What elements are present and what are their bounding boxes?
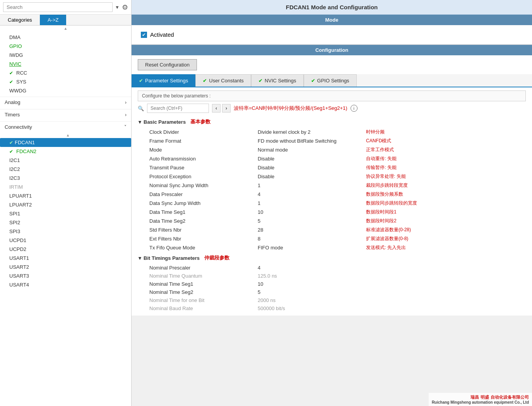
tab-categories[interactable]: Categories	[0, 15, 40, 25]
sidebar-item-lpuart2[interactable]: LPUART2	[0, 200, 131, 209]
section-timers[interactable]: Timers ›	[0, 109, 131, 120]
param-frame-format: Frame Format FD mode without BitRate Swi…	[138, 136, 526, 145]
sidebar-item-fdcan1[interactable]: ✔ FDCAN1	[0, 138, 131, 147]
dropdown-arrow[interactable]: ▼	[115, 5, 120, 10]
sidebar-item-iwdg[interactable]: IWDG	[0, 51, 131, 60]
group-bit-cn: 仲裁段参数	[204, 254, 229, 261]
param-name-nominal-tob: Nominal Time for one Bit	[149, 297, 258, 303]
param-instruction: Configure the below parameters :	[138, 90, 526, 101]
chevron-analog: ›	[125, 100, 127, 105]
param-note-protocol-exc: 协议异常处理: 失能	[366, 173, 406, 180]
sidebar-item-spi2[interactable]: SPI2	[0, 218, 131, 227]
sidebar-item-usart3[interactable]: USART3	[0, 271, 131, 280]
param-value-nominal-ts2[interactable]: 5	[258, 289, 366, 295]
sidebar-item-ucpd2[interactable]: UCPD2	[0, 245, 131, 254]
sidebar-item-i2c1[interactable]: I2C1	[0, 156, 131, 165]
activated-checkbox[interactable]: ✔	[141, 32, 147, 38]
param-mode: Mode Normal mode 正常工作模式	[138, 145, 526, 154]
tab-user-constants[interactable]: ✔ User Constants	[195, 74, 251, 87]
param-value-clock-divider[interactable]: Divide kernel clock by 2	[258, 129, 366, 135]
sidebar-item-i2c3[interactable]: I2C3	[0, 174, 131, 183]
reset-config-button[interactable]: Reset Configuration	[138, 59, 197, 70]
sidebar-item-i2c2[interactable]: I2C2	[0, 165, 131, 174]
watermark-brand1: 瑞昌	[470, 394, 479, 400]
param-nominal-prescaler: Nominal Prescaler 4	[138, 264, 526, 272]
param-value-std-filters[interactable]: 28	[258, 227, 366, 233]
sidebar-item-ucpd1[interactable]: UCPD1	[0, 236, 131, 245]
param-value-nominal-sync-jw[interactable]: 1	[258, 183, 366, 188]
sidebar-item-usart1[interactable]: USART1	[0, 254, 131, 263]
param-name-tx-fifo: Tx Fifo Queue Mode	[149, 245, 258, 251]
nav-prev[interactable]: ‹	[212, 104, 221, 113]
sidebar-tabs: Categories A->Z	[0, 15, 131, 26]
param-clock-divider: Clock Divider Divide kernel clock by 2 时…	[138, 128, 526, 136]
sidebar-item-gpio[interactable]: GPIO	[0, 42, 131, 51]
sidebar-item-lpuart1[interactable]: LPUART1	[0, 191, 131, 200]
sidebar-item-nvic[interactable]: NVIC	[0, 60, 131, 68]
activated-row: ✔ Activated	[141, 31, 523, 38]
param-name-transmit-pause: Transmit Pause	[149, 165, 258, 171]
param-nominal-time-one-bit: Nominal Time for one Bit 2000 ns	[138, 296, 526, 304]
tab-nvic-settings[interactable]: ✔ NVIC Settings	[251, 74, 304, 87]
param-name-data-sync-jw: Data Sync Jump Width	[149, 200, 258, 206]
search-input[interactable]	[3, 2, 113, 12]
param-name-frame-format: Frame Format	[149, 138, 258, 144]
tab-parameter-settings[interactable]: ✔ Parameter Settings	[132, 74, 195, 87]
param-name-mode: Mode	[149, 147, 258, 153]
section-connectivity[interactable]: Connectivity ˅	[0, 121, 131, 132]
param-value-frame-format[interactable]: FD mode without BitRate Switching	[258, 138, 366, 144]
sidebar-item-spi3[interactable]: SPI3	[0, 227, 131, 236]
sidebar-item-usart4[interactable]: USART4	[0, 280, 131, 289]
scroll-up-arrow[interactable]: ▲	[0, 26, 131, 31]
param-value-transmit-pause[interactable]: Disable	[258, 165, 366, 171]
param-value-auto-retrans[interactable]: Disable	[258, 156, 366, 162]
sidebar-item-spi1[interactable]: SPI1	[0, 209, 131, 218]
param-data-sync-jw: Data Sync Jump Width 1 数据段同步跳转段的宽度	[138, 199, 526, 208]
param-value-data-time-seg2[interactable]: 5	[258, 218, 366, 224]
section-analog[interactable]: Analog ›	[0, 97, 131, 107]
param-note-data-prescaler: 数据段预分频系数	[366, 191, 403, 198]
param-value-mode[interactable]: Normal mode	[258, 147, 366, 153]
search-bar: ▼ ⚙	[0, 0, 131, 15]
param-value-data-sync-jw[interactable]: 1	[258, 200, 366, 206]
param-name-std-filters: Std Filters Nbr	[149, 227, 258, 233]
config-tabs: ✔ Parameter Settings ✔ User Constants ✔ …	[132, 74, 532, 87]
param-note-transmit-pause: 传输暂停: 失能	[366, 164, 397, 171]
sidebar-item-usart2[interactable]: USART2	[0, 263, 131, 271]
nav-next[interactable]: ›	[222, 104, 231, 113]
params-table: ▾ Basic Parameters 基本参数 Clock Divider Di…	[138, 116, 526, 312]
gear-icon[interactable]: ⚙	[122, 3, 128, 12]
param-value-tx-fifo[interactable]: FIFO mode	[258, 245, 366, 251]
param-value-data-time-seg1[interactable]: 10	[258, 209, 366, 215]
sidebar-item-irtim[interactable]: IRTIM	[0, 183, 131, 191]
scroll-up-arrow2[interactable]: ▲	[5, 132, 131, 138]
param-value-ext-filters[interactable]: 8	[258, 236, 366, 242]
param-value-data-prescaler[interactable]: 4	[258, 191, 366, 197]
group-basic-params[interactable]: ▾ Basic Parameters 基本参数	[138, 116, 526, 128]
sidebar-item-wwdg[interactable]: WWDG	[0, 86, 131, 95]
tab-a-to-z[interactable]: A->Z	[40, 15, 67, 25]
sidebar-item-dma[interactable]: DMA	[0, 33, 131, 42]
param-area: Configure the below parameters : 🔍 ‹ › 波…	[132, 87, 532, 316]
param-value-nominal-prescaler[interactable]: 4	[258, 265, 366, 271]
sidebar-item-rcc[interactable]: RCC	[0, 68, 131, 77]
group-bit-timings[interactable]: ▾ Bit Timings Parameters 仲裁段参数	[138, 252, 526, 264]
sidebar-item-sys[interactable]: SYS	[0, 77, 131, 86]
tab-param-icon: ✔	[139, 78, 143, 84]
param-value-nominal-ts1[interactable]: 10	[258, 281, 366, 287]
mode-section: ✔ Activated	[132, 25, 532, 45]
main-content: FDCAN1 Mode and Configuration Mode ✔ Act…	[132, 0, 532, 406]
param-note-data-time-seg2: 数据段时间段2	[366, 218, 397, 224]
param-std-filters-nbr: Std Filters Nbr 28 标准滤波器数量(0-28)	[138, 225, 526, 234]
sidebar-item-fdcan2[interactable]: FDCAN2	[0, 147, 131, 156]
tab-gpio-settings[interactable]: ✔ GPIO Settings	[304, 74, 357, 87]
param-name-data-time-seg2: Data Time Seg2	[149, 218, 258, 224]
sidebar: ▼ ⚙ Categories A->Z ▲ DMA GPIO IWDG NVIC…	[0, 0, 132, 406]
param-nominal-time-seg2: Nominal Time Seg2 5	[138, 288, 526, 296]
param-nominal-baud-rate: Nominal Baud Rate 500000 bit/s	[138, 304, 526, 312]
info-icon[interactable]: i	[351, 105, 358, 112]
param-search-input[interactable]	[147, 104, 209, 113]
param-name-auto-retrans: Auto Retransmission	[149, 156, 258, 162]
param-nominal-time-seg1: Nominal Time Seg1 10	[138, 280, 526, 288]
param-value-protocol-exc[interactable]: Disable	[258, 174, 366, 179]
